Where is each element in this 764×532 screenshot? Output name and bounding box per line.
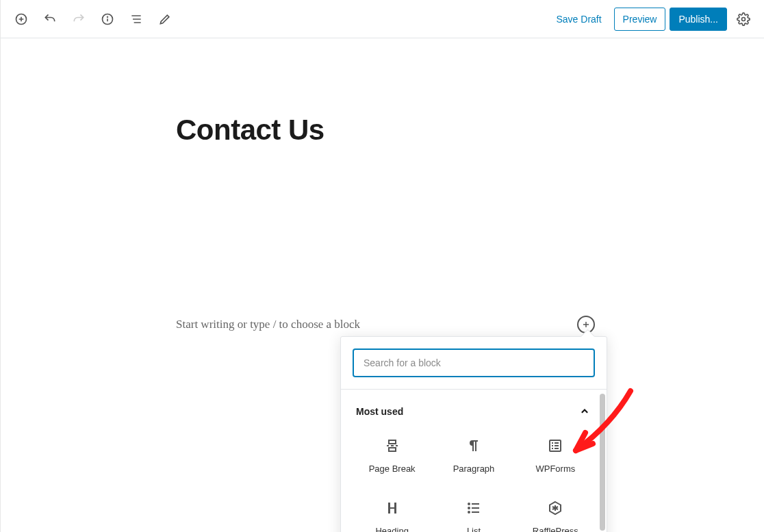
block-label: Paragraph — [453, 464, 495, 474]
section-title: Most used — [356, 406, 403, 417]
rafflepress-icon — [547, 500, 563, 516]
block-list-scroll[interactable]: Most used Page Break Paragrap — [341, 390, 607, 532]
redo-icon — [72, 12, 86, 26]
toolbar-right: Save Draft Preview Publish... — [548, 7, 756, 31]
paragraph-icon — [466, 438, 482, 454]
outline-button[interactable] — [124, 7, 149, 31]
toolbar-left — [9, 7, 177, 31]
block-picker-popover: Most used Page Break Paragrap — [340, 336, 607, 532]
page-break-icon — [384, 438, 400, 454]
svg-point-2 — [107, 16, 108, 17]
pencil-icon — [158, 12, 172, 26]
undo-button[interactable] — [38, 7, 62, 31]
plus-circle-icon — [14, 12, 28, 26]
settings-button[interactable] — [731, 7, 756, 31]
block-label: List — [467, 526, 481, 532]
svg-point-6 — [468, 507, 470, 509]
block-wpforms[interactable]: WPForms — [517, 431, 594, 481]
info-icon — [101, 12, 114, 26]
add-block-button[interactable] — [9, 7, 34, 31]
edit-button[interactable] — [153, 7, 177, 31]
block-paragraph[interactable]: Paragraph — [435, 431, 512, 481]
block-label: Heading — [375, 526, 408, 532]
plus-icon — [581, 320, 591, 329]
block-list[interactable]: List — [435, 493, 512, 532]
editor-toolbar: Save Draft Preview Publish... — [1, 0, 764, 38]
redo-button[interactable] — [66, 7, 91, 31]
section-header-most-used[interactable]: Most used — [353, 390, 594, 425]
undo-icon — [43, 12, 57, 26]
block-label: RafflePress — [533, 526, 578, 532]
block-search-input[interactable] — [353, 349, 594, 377]
save-draft-button[interactable]: Save Draft — [548, 8, 609, 31]
preview-button[interactable]: Preview — [614, 8, 666, 31]
block-label: Page Break — [369, 464, 416, 474]
outline-icon — [129, 12, 143, 26]
scrollbar-thumb[interactable] — [600, 394, 605, 531]
gear-icon — [737, 12, 750, 26]
chevron-up-icon — [578, 405, 591, 418]
block-grid: Page Break Paragraph WPForms — [353, 425, 594, 532]
svg-point-7 — [468, 511, 470, 513]
svg-point-5 — [468, 503, 470, 505]
heading-icon — [384, 500, 400, 516]
editor-canvas: Contact Us Start writing or type / to ch… — [1, 114, 764, 147]
block-label: WPForms — [535, 464, 575, 474]
svg-point-3 — [742, 17, 746, 21]
placeholder-text: Start writing or type / to choose a bloc… — [176, 318, 360, 331]
publish-button[interactable]: Publish... — [670, 8, 727, 31]
info-button[interactable] — [95, 7, 120, 31]
block-heading[interactable]: Heading — [353, 493, 431, 532]
wpforms-icon — [547, 438, 563, 454]
block-page-break[interactable]: Page Break — [353, 431, 431, 481]
block-appender[interactable]: Start writing or type / to choose a bloc… — [176, 316, 595, 333]
list-icon — [466, 500, 482, 516]
page-title[interactable]: Contact Us — [176, 114, 764, 147]
block-rafflepress[interactable]: RafflePress — [517, 493, 594, 532]
